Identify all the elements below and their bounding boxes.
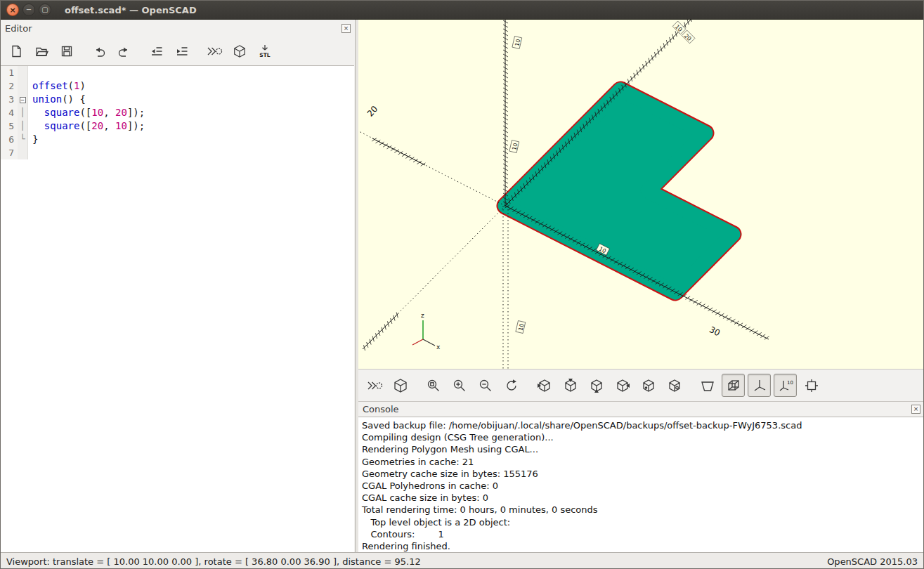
view-top-button[interactable] (559, 374, 582, 397)
axis-label: 10 (672, 21, 686, 34)
view-front-button[interactable] (637, 374, 660, 397)
view-orthogonal-icon (726, 378, 741, 393)
model-shape (505, 90, 733, 292)
redo-icon (117, 44, 131, 58)
new-file-icon (9, 44, 23, 58)
line-number: 7 (1, 146, 18, 159)
code-editor[interactable]: 12offset(1)3−union() {4│ square([10, 20]… (1, 65, 354, 552)
console-line: CGAL Polyhedrons in cache: 0 (362, 480, 924, 492)
editor-close-button[interactable]: × (341, 24, 351, 33)
vp-preview-icon (366, 379, 383, 393)
save-file-button[interactable] (57, 41, 77, 61)
axis-label: 20 (682, 30, 695, 44)
indent-icon (175, 44, 189, 58)
show-scale-markers-button[interactable]: 10 (774, 374, 797, 397)
code-text: offset(1) (28, 79, 86, 93)
view-back-button[interactable] (663, 374, 686, 397)
console-line: Contours: 1 (362, 528, 924, 540)
view-perspective-icon (700, 378, 715, 393)
show-scale-markers-icon: 10 (778, 378, 793, 393)
view-bottom-icon (589, 378, 604, 393)
console-line: Saved backup file: /home/obijuan/.local/… (362, 419, 924, 431)
export-stl-button[interactable]: STL (255, 41, 275, 61)
reset-view-button[interactable] (500, 374, 523, 397)
show-crosshairs-icon (804, 378, 819, 393)
code-text: union() { (28, 93, 86, 106)
view-left-button[interactable] (611, 374, 634, 397)
fold-marker: │ (18, 106, 28, 119)
view-left-icon (615, 378, 630, 393)
svg-text:30: 30 (708, 325, 722, 338)
vp-preview-button[interactable] (363, 374, 386, 397)
view-back-icon (667, 378, 682, 393)
console-line: CGAL cache size in bytes: 0 (362, 492, 924, 504)
reset-view-icon (504, 378, 519, 393)
code-text: } (28, 133, 38, 146)
console-close-button[interactable]: × (911, 405, 920, 414)
preview-button[interactable] (204, 41, 224, 61)
close-window-button[interactable]: × (6, 4, 19, 16)
code-text: square([10, 20]); (28, 106, 145, 119)
indent-button[interactable] (172, 41, 192, 61)
code-text (28, 146, 32, 159)
fold-marker: └ (18, 133, 28, 146)
minimize-icon: − (26, 6, 32, 13)
line-number: 6 (1, 133, 18, 146)
fold-marker (18, 146, 28, 159)
code-lines: 12offset(1)3−union() {4│ square([10, 20]… (1, 66, 354, 159)
viewport-status-text: Viewport: translate = [ 10.00 10.00 0.00… (6, 556, 827, 567)
code-text: square([20, 10]); (28, 119, 145, 133)
svg-text:10: 10 (787, 380, 793, 386)
svg-text:10: 10 (514, 39, 521, 47)
svg-text:STL: STL (259, 52, 271, 58)
redo-button[interactable] (115, 41, 134, 61)
editor-panel: Editor × (1, 20, 356, 552)
open-folder-icon (34, 44, 48, 58)
code-line: 3−union() { (1, 93, 354, 106)
code-line: 7 (1, 146, 354, 159)
show-crosshairs-button[interactable] (800, 374, 823, 397)
unindent-button[interactable] (147, 41, 167, 61)
view-bottom-button[interactable] (585, 374, 608, 397)
view-orthogonal-button[interactable] (722, 374, 745, 397)
render-button[interactable] (230, 41, 249, 61)
zoom-out-button[interactable] (474, 374, 497, 397)
open-file-button[interactable] (32, 41, 51, 61)
viewport-toolbar: 10 (358, 369, 924, 401)
zoom-in-button[interactable] (448, 374, 471, 397)
maximize-icon: ▢ (41, 6, 48, 13)
zoom-all-button[interactable] (422, 374, 445, 397)
export-stl-icon: STL (257, 44, 273, 59)
render-cube-icon (233, 44, 247, 58)
line-number: 2 (1, 79, 18, 93)
line-number: 1 (1, 66, 18, 79)
titlebar: × − ▢ offset.scad* — OpenSCAD (1, 1, 923, 20)
view-perspective-button[interactable] (696, 374, 719, 397)
undo-icon (92, 44, 106, 58)
code-line: 6└} (1, 133, 354, 146)
console-line: Top level object is a 2D object: (362, 516, 924, 528)
editor-title: Editor (5, 23, 341, 34)
undo-button[interactable] (89, 41, 109, 61)
viewport-3d[interactable]: 2030101010201010 z x (358, 20, 924, 369)
show-axes-button[interactable] (748, 374, 771, 397)
window-title: offset.scad* — OpenSCAD (65, 5, 197, 15)
axis-label: 10 (509, 140, 519, 153)
code-line: 2offset(1) (1, 79, 354, 93)
line-number: 5 (1, 119, 18, 133)
minimize-window-button[interactable]: − (22, 4, 35, 16)
maximize-window-button[interactable]: ▢ (39, 4, 51, 16)
editor-header: Editor × (1, 20, 355, 37)
zoom-all-icon (426, 378, 441, 393)
new-file-button[interactable] (6, 41, 26, 61)
code-text (28, 66, 32, 79)
console-output[interactable]: Saved backup file: /home/obijuan/.local/… (358, 417, 924, 552)
code-line: 1 (1, 66, 354, 79)
axis-label: 10 (512, 37, 522, 49)
right-column: 2030101010201010 z x (358, 20, 924, 552)
vp-render-button[interactable] (389, 374, 412, 397)
viewport-canvas: 2030101010201010 z x (358, 20, 924, 369)
view-right-button[interactable] (533, 374, 556, 397)
axis-z-label: z (421, 312, 424, 319)
fold-marker[interactable]: − (18, 93, 28, 106)
